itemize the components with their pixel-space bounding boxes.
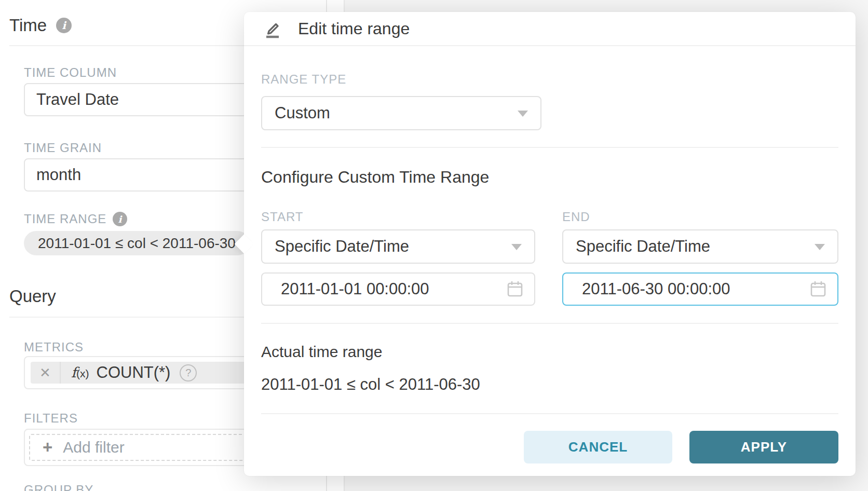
range-type-label: RANGE TYPE xyxy=(261,72,346,87)
metric-name: COUNT(*) xyxy=(97,363,171,382)
plus-icon: + xyxy=(43,438,52,457)
info-icon[interactable]: i xyxy=(56,18,72,33)
calendar-icon[interactable] xyxy=(809,280,827,298)
time-range-label: TIME RANGE i xyxy=(24,212,127,226)
actual-time-range-heading: Actual time range xyxy=(261,343,382,361)
popover-header: Edit time range xyxy=(244,12,856,46)
end-mode-value: Specific Date/Time xyxy=(576,237,710,256)
time-grain-label: TIME GRAIN xyxy=(24,141,102,155)
chevron-down-icon xyxy=(518,111,528,117)
range-type-select[interactable]: Custom xyxy=(261,96,541,130)
time-column-label: TIME COLUMN xyxy=(24,65,117,80)
metrics-label: METRICS xyxy=(24,340,84,354)
start-datetime-value: 2011-01-01 00:00:00 xyxy=(281,280,429,298)
range-type-value: Custom xyxy=(275,104,330,122)
chevron-down-icon xyxy=(511,244,522,250)
query-section-header: Query xyxy=(9,287,56,306)
add-filter-label: Add filter xyxy=(63,439,124,456)
group-by-label: GROUP BY xyxy=(24,483,93,491)
edit-time-range-popover: Edit time range RANGE TYPE Custom Config… xyxy=(244,12,856,476)
cancel-button[interactable]: CANCEL xyxy=(524,431,672,463)
query-section-title: Query xyxy=(9,287,56,306)
filters-label: FILTERS xyxy=(24,411,78,426)
time-grain-value: month xyxy=(36,166,81,184)
configure-heading: Configure Custom Time Range xyxy=(261,168,489,187)
end-label: END xyxy=(562,210,590,224)
end-datetime-value: 2011-06-30 00:00:00 xyxy=(582,280,730,298)
help-icon[interactable]: ? xyxy=(180,364,197,381)
start-label: START xyxy=(261,210,303,224)
divider xyxy=(261,413,838,414)
explore-page: Time i TIME COLUMN Travel Date TIME GRAI… xyxy=(0,0,868,491)
popover-title: Edit time range xyxy=(298,19,410,38)
remove-metric-icon[interactable]: ✕ xyxy=(31,365,60,381)
time-column-value: Travel Date xyxy=(36,90,119,109)
actual-time-range-value: 2011-01-01 ≤ col < 2011-06-30 xyxy=(261,375,480,394)
start-datetime-input[interactable]: 2011-01-01 00:00:00 xyxy=(261,272,535,306)
chip-separator xyxy=(60,362,61,384)
time-section-header: Time i xyxy=(9,16,72,35)
start-mode-value: Specific Date/Time xyxy=(275,237,409,256)
time-section-title: Time xyxy=(9,16,47,35)
apply-button[interactable]: APPLY xyxy=(689,431,838,463)
chevron-down-icon xyxy=(815,244,825,250)
function-icon: f(x) xyxy=(71,364,89,381)
start-mode-select[interactable]: Specific Date/Time xyxy=(261,229,535,264)
end-mode-select[interactable]: Specific Date/Time xyxy=(562,229,838,264)
calendar-icon[interactable] xyxy=(506,280,524,298)
end-datetime-input[interactable]: 2011-06-30 00:00:00 xyxy=(562,272,838,306)
divider xyxy=(261,147,838,148)
time-range-pill[interactable]: 2011-01-01 ≤ col < 2011-06-30 xyxy=(24,231,250,255)
time-range-value: 2011-01-01 ≤ col < 2011-06-30 xyxy=(38,235,236,252)
edit-pencil-icon xyxy=(263,18,283,39)
divider xyxy=(261,323,838,324)
info-icon[interactable]: i xyxy=(113,212,127,226)
